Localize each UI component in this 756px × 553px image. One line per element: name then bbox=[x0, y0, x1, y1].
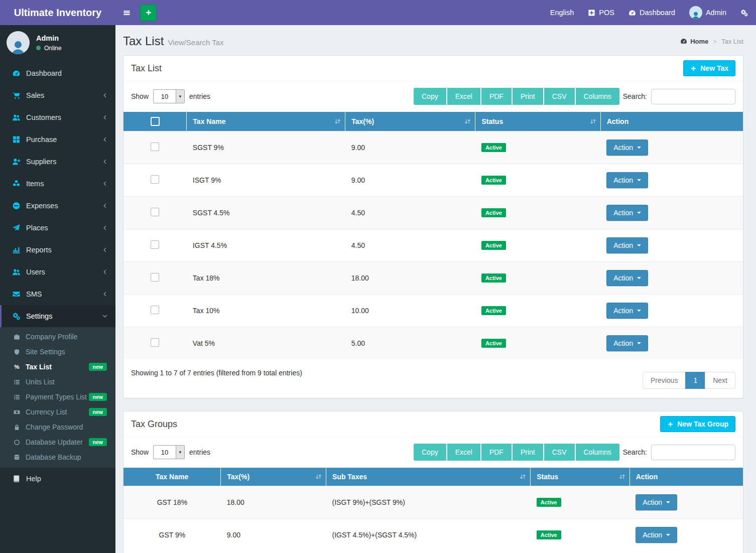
sidebar-item-suppliers[interactable]: Suppliers bbox=[0, 151, 115, 173]
row-action-button[interactable]: Action bbox=[606, 335, 648, 351]
row-checkbox[interactable] bbox=[151, 175, 159, 184]
caret-down-icon bbox=[637, 244, 641, 246]
sidebar-item-reports[interactable]: Reports bbox=[0, 239, 115, 261]
breadcrumb-separator: > bbox=[713, 38, 717, 45]
sidebar-subitem-site-settings[interactable]: Site Settings bbox=[0, 344, 115, 359]
control-sidebar-toggle[interactable] bbox=[740, 9, 748, 17]
tax-percent-cell: 4.50 bbox=[345, 229, 475, 262]
language-menu[interactable]: English bbox=[550, 9, 574, 17]
panel-title: Tax Groups bbox=[131, 419, 177, 430]
page-length-select[interactable]: 10 ▼ bbox=[153, 89, 185, 103]
row-action-button[interactable]: Action bbox=[606, 237, 648, 253]
pagination-previous[interactable]: Previous bbox=[643, 372, 686, 389]
search-input[interactable] bbox=[651, 445, 735, 460]
column-header-sub-taxes[interactable]: Sub Taxes bbox=[326, 468, 531, 486]
caret-down-icon bbox=[637, 342, 641, 344]
sidebar-item-customers[interactable]: Customers bbox=[0, 106, 115, 128]
column-header-tax[interactable]: Tax(%) bbox=[345, 112, 475, 131]
user-menu[interactable]: Admin bbox=[689, 6, 726, 19]
export-columns-button[interactable]: Columns bbox=[576, 444, 619, 461]
sidebar-item-settings[interactable]: Settings bbox=[0, 305, 115, 327]
row-action-button[interactable]: Action bbox=[606, 303, 648, 319]
sidebar-item-help[interactable]: Help bbox=[0, 468, 115, 490]
row-checkbox[interactable] bbox=[151, 273, 159, 282]
action-button-label: Action bbox=[613, 144, 633, 152]
sidebar-subitem-company-profile[interactable]: Company Profile bbox=[0, 329, 115, 344]
export-pdf-button[interactable]: PDF bbox=[481, 444, 512, 461]
export-copy-button[interactable]: Copy bbox=[414, 88, 446, 105]
sidebar-item-sms[interactable]: SMS bbox=[0, 283, 115, 305]
user-menu-label: Admin bbox=[706, 9, 726, 17]
sidebar-toggle-button[interactable] bbox=[115, 0, 138, 25]
sidebar-subitem-change-password[interactable]: Change Password bbox=[0, 420, 115, 435]
row-action-button[interactable]: Action bbox=[636, 494, 677, 510]
row-action-button[interactable]: Action bbox=[636, 527, 677, 543]
status-cell: Active bbox=[531, 519, 629, 551]
page-length-select[interactable]: 10 ▼ bbox=[153, 445, 185, 459]
sidebar-subitem-tax-list[interactable]: % Tax List new bbox=[0, 359, 115, 374]
export-csv-button[interactable]: CSV bbox=[544, 444, 575, 461]
new-badge: new bbox=[89, 393, 107, 401]
status-badge: Active bbox=[537, 530, 561, 539]
sidebar-item-purchase[interactable]: Purchase bbox=[0, 128, 115, 151]
pagination-next[interactable]: Next bbox=[705, 372, 735, 389]
select-all-checkbox[interactable] bbox=[151, 117, 160, 126]
tax-name-cell: Tax 10% bbox=[187, 295, 345, 327]
sidebar-item-places[interactable]: Places bbox=[0, 217, 115, 239]
sidebar-subitem-database-updater[interactable]: Database Updater new bbox=[0, 435, 115, 450]
sidebar-item-users[interactable]: Users bbox=[0, 261, 115, 283]
app-brand[interactable]: Ultimate Inventory bbox=[0, 0, 115, 25]
new-tax-group-button[interactable]: New Tax Group bbox=[660, 416, 735, 432]
export-csv-button[interactable]: CSV bbox=[544, 88, 575, 105]
sidebar-item-expenses[interactable]: Expenses bbox=[0, 195, 115, 217]
export-excel-button[interactable]: Excel bbox=[447, 444, 480, 461]
sidebar-subitem-units-list[interactable]: Units List bbox=[0, 374, 115, 389]
sidebar-item-dashboard[interactable]: Dashboard bbox=[0, 62, 115, 84]
chevron-left-icon bbox=[102, 181, 108, 187]
row-action-button[interactable]: Action bbox=[606, 205, 648, 221]
action-button-label: Action bbox=[643, 531, 662, 539]
row-checkbox[interactable] bbox=[151, 240, 159, 249]
sidebar-subitem-label: Currency List bbox=[26, 408, 67, 416]
row-checkbox[interactable] bbox=[151, 306, 159, 314]
sidebar-item-items[interactable]: Items bbox=[0, 173, 115, 195]
export-columns-button[interactable]: Columns bbox=[576, 88, 619, 105]
plus-icon bbox=[667, 421, 674, 428]
export-print-button[interactable]: Print bbox=[513, 88, 543, 105]
column-header-status[interactable]: Status bbox=[531, 468, 629, 486]
list-icon bbox=[12, 394, 22, 400]
sidebar-subitem-currency-list[interactable]: Currency List new bbox=[0, 404, 115, 420]
export-print-button[interactable]: Print bbox=[513, 444, 543, 461]
column-header-status[interactable]: Status bbox=[475, 112, 600, 131]
sidebar-subitem-database-backup[interactable]: Database Backup bbox=[0, 450, 115, 465]
export-button-group: CopyExcelPDFPrintCSVColumns bbox=[414, 444, 619, 461]
column-header-tax[interactable]: Tax(%) bbox=[221, 468, 326, 486]
row-checkbox[interactable] bbox=[151, 208, 159, 216]
row-action-button[interactable]: Action bbox=[606, 140, 648, 156]
sidebar-item-label: Purchase bbox=[26, 135, 102, 144]
users-icon bbox=[11, 113, 22, 121]
sidebar-subitem-payment-types-list[interactable]: Payment Types List new bbox=[0, 389, 115, 404]
page-title-text: Tax List bbox=[123, 34, 164, 48]
export-excel-button[interactable]: Excel bbox=[447, 88, 480, 105]
breadcrumb-home[interactable]: Home bbox=[680, 38, 708, 45]
column-header-action: Action bbox=[629, 468, 743, 486]
pagination-page-1[interactable]: 1 bbox=[685, 372, 705, 389]
export-copy-button[interactable]: Copy bbox=[414, 444, 446, 461]
quick-add-button[interactable] bbox=[140, 5, 157, 21]
column-header-tax-name[interactable]: Tax Name bbox=[187, 112, 345, 131]
chevron-down-icon bbox=[102, 313, 108, 319]
row-checkbox[interactable] bbox=[151, 338, 159, 347]
row-action-button[interactable]: Action bbox=[606, 270, 648, 286]
row-checkbox[interactable] bbox=[151, 143, 159, 151]
row-action-button[interactable]: Action bbox=[606, 172, 648, 188]
dashboard-link[interactable]: Dashboard bbox=[628, 9, 675, 17]
sub-taxes-cell: (IGST 4.5%)+(SGST 4.5%) bbox=[326, 519, 531, 551]
search-input[interactable] bbox=[651, 89, 735, 104]
pos-link[interactable]: POS bbox=[588, 9, 614, 17]
export-pdf-button[interactable]: PDF bbox=[481, 88, 512, 105]
new-tax-button[interactable]: New Tax bbox=[683, 60, 735, 76]
sidebar-user-status[interactable]: Online bbox=[36, 45, 62, 52]
status-cell: Active bbox=[475, 327, 600, 360]
sidebar-item-sales[interactable]: Sales bbox=[0, 84, 115, 106]
